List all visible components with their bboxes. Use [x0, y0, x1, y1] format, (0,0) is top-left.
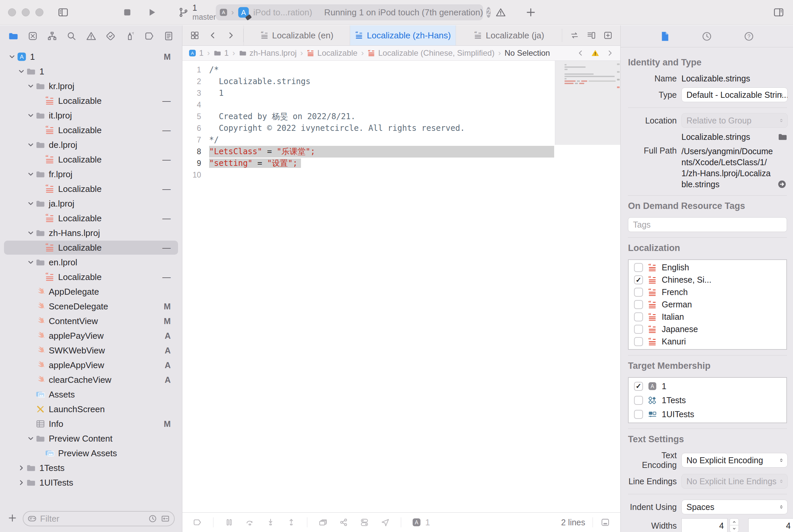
location-dropdown[interactable]: Relative to Group	[681, 113, 788, 128]
editor-tab[interactable]: “Localizable (zh-Hans)	[350, 25, 456, 45]
open-path-arrow-icon[interactable]	[777, 179, 787, 189]
disclosure-closed-icon[interactable]	[17, 478, 26, 487]
text-encoding-dropdown[interactable]: No Explicit Encoding	[681, 453, 788, 468]
close-window-button[interactable]	[8, 8, 16, 16]
editor-tab[interactable]: “Localizable (ja)	[456, 25, 562, 45]
type-dropdown[interactable]: Default - Localizable Strin...	[681, 88, 788, 102]
line-endings-dropdown[interactable]: No Explicit Line Endings	[681, 474, 788, 489]
localization-checkbox[interactable]	[634, 337, 643, 346]
run-button[interactable]	[146, 7, 158, 18]
editor-layout-icon[interactable]	[600, 517, 610, 527]
step-out-icon[interactable]	[286, 517, 296, 527]
disclosure-open-icon[interactable]	[7, 52, 17, 61]
toolbar-warning-button[interactable]	[495, 7, 506, 18]
disclosure-open-icon[interactable]	[26, 199, 35, 208]
navigator-tab-debug-navigator[interactable]	[125, 31, 135, 43]
source-control-status[interactable]: 1 master	[178, 3, 216, 21]
toggle-left-sidebar-button[interactable]	[57, 7, 69, 18]
localization-checkbox[interactable]	[634, 325, 643, 334]
navigator-tab-issue-navigator[interactable]	[86, 31, 96, 43]
tree-row[interactable]: “Localizable—	[0, 240, 182, 255]
environment-overrides-icon[interactable]	[359, 517, 369, 527]
breadcrumb-item[interactable]: A1	[188, 49, 203, 58]
simulate-location-icon[interactable]	[380, 517, 390, 527]
source-control-filter-icon[interactable]	[161, 514, 170, 523]
tree-row[interactable]: clearCacheViewA	[0, 373, 182, 387]
disclosure-open-icon[interactable]	[26, 170, 35, 179]
tree-row[interactable]: applePayViewA	[0, 328, 182, 343]
zoom-window-button[interactable]	[35, 8, 43, 16]
tree-row[interactable]: de.lproj	[0, 137, 182, 152]
breadcrumb-item[interactable]: “Localizable	[307, 49, 357, 58]
tree-row[interactable]: LaunchScreen	[0, 402, 182, 417]
swap-editor-icon[interactable]	[570, 31, 579, 40]
tree-row[interactable]: “Localizable—	[0, 152, 182, 167]
navigator-tab-breakpoint-navigator[interactable]	[144, 31, 155, 43]
tree-row[interactable]: SWKWebViewA	[0, 343, 182, 358]
breadcrumb-item[interactable]: No Selection	[504, 49, 550, 58]
choose-folder-icon[interactable]	[778, 132, 788, 142]
tree-row[interactable]: “Localizable—	[0, 123, 182, 137]
navigator-tab-find-navigator[interactable]	[66, 31, 77, 43]
history-inspector-icon[interactable]	[701, 31, 713, 42]
disclosure-open-icon[interactable]	[26, 228, 35, 238]
breadcrumb-item[interactable]: 1	[214, 49, 228, 58]
tree-row[interactable]: SceneDelegateM	[0, 299, 182, 314]
tags-input[interactable]: Tags	[628, 217, 787, 232]
name-value[interactable]: Localizable.strings	[681, 74, 788, 83]
disclosure-open-icon[interactable]	[26, 111, 35, 120]
tree-row[interactable]: ja.lproj	[0, 196, 182, 211]
add-button[interactable]	[525, 7, 536, 18]
next-issue-icon[interactable]	[606, 49, 614, 57]
process-selector[interactable]: A1	[412, 517, 430, 528]
step-into-icon[interactable]	[265, 517, 276, 527]
disclosure-open-icon[interactable]	[26, 140, 35, 150]
file-inspector-icon[interactable]	[659, 31, 670, 42]
code-line[interactable]: 10	[182, 169, 620, 181]
tree-row[interactable]: A1M	[0, 50, 182, 64]
navigator-tab-source-control-navigator[interactable]	[27, 31, 38, 43]
editor-tab[interactable]: “Localizable (en)	[243, 25, 350, 45]
previous-issue-icon[interactable]	[576, 49, 585, 57]
target-checkbox[interactable]: ✓	[634, 382, 643, 391]
go-forward-icon[interactable]	[226, 31, 236, 40]
add-editor-icon[interactable]	[603, 31, 613, 40]
recent-files-icon[interactable]	[148, 514, 157, 523]
breakpoints-icon[interactable]	[192, 517, 202, 527]
tree-row[interactable]: ContentViewM	[0, 314, 182, 328]
tree-row[interactable]: appleAppViewA	[0, 358, 182, 373]
breadcrumb-item[interactable]: “Localizable (Chinese, Simplified)	[367, 49, 494, 58]
tree-row[interactable]: 1Tests	[0, 460, 182, 475]
indent-width-field[interactable]: 4	[748, 518, 793, 532]
pause-icon[interactable]	[224, 517, 234, 527]
localization-checkbox[interactable]	[634, 288, 643, 297]
disclosure-open-icon[interactable]	[17, 67, 26, 76]
filter-field[interactable]: Filter	[23, 511, 175, 526]
memory-graph-icon[interactable]	[339, 517, 349, 527]
jumpbar-warning-icon[interactable]	[591, 49, 600, 57]
tree-row[interactable]: “Localizable—	[0, 270, 182, 284]
disclosure-open-icon[interactable]	[26, 258, 35, 267]
toggle-right-sidebar-button[interactable]	[773, 7, 784, 18]
tree-row[interactable]: Assets	[0, 387, 182, 402]
tree-row[interactable]: 1	[0, 64, 182, 79]
tree-row[interactable]: it.lproj	[0, 108, 182, 123]
issue-count-badge[interactable]: 2	[486, 7, 491, 18]
disclosure-open-icon[interactable]	[26, 434, 35, 443]
tree-row[interactable]: Preview Content	[0, 431, 182, 446]
localization-checkbox[interactable]	[634, 300, 643, 309]
localization-checkbox[interactable]: ✓	[634, 276, 643, 284]
tree-row[interactable]: Preview Assets	[0, 446, 182, 460]
disclosure-open-icon[interactable]	[26, 81, 35, 91]
inspector-divider[interactable]	[620, 25, 621, 532]
tree-row[interactable]: 1UITests	[0, 475, 182, 490]
navigator-tab-symbol-navigator[interactable]	[47, 31, 57, 43]
sidebar-divider[interactable]	[182, 25, 182, 532]
tree-row[interactable]: AppDelegate	[0, 284, 182, 299]
tree-row[interactable]: zh-Hans.lproj	[0, 226, 182, 240]
indent-using-dropdown[interactable]: Spaces	[681, 500, 788, 514]
minimap[interactable]	[555, 61, 620, 145]
tree-row[interactable]: kr.lproj	[0, 79, 182, 93]
source-editor[interactable]: 1/*2 Localizable.strings3 145 Created by…	[182, 61, 620, 512]
localization-checkbox[interactable]	[634, 263, 643, 272]
